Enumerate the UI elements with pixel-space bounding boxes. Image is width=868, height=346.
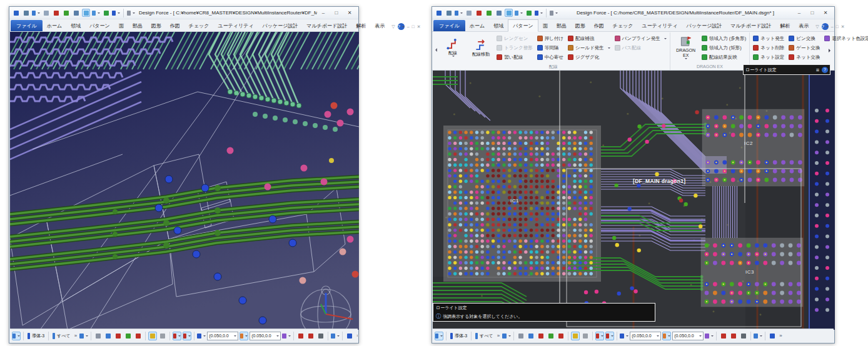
ribbon-item[interactable]: 選択ネット色設定 — [824, 34, 868, 43]
ribbon-tab[interactable]: パターン — [85, 20, 114, 31]
overlap-display-icon[interactable] — [595, 332, 604, 340]
overflow-chevron[interactable]: » — [73, 333, 78, 339]
ribbon-tab[interactable]: 面 — [114, 20, 128, 31]
export-arrow-icon[interactable] — [134, 332, 143, 340]
help-icon[interactable]: ? — [822, 23, 829, 30]
active-layer-chip[interactable]: 導体-3 — [449, 333, 468, 339]
ribbon-tab[interactable]: ユーティリティ — [637, 20, 682, 31]
ribbon-item[interactable]: 中心寄せ — [537, 52, 563, 62]
ribbon-item[interactable]: ゲート交換 — [789, 43, 820, 52]
rotate-icon[interactable] — [527, 332, 535, 340]
filter-scope-chip[interactable]: すべて — [474, 333, 495, 339]
grid-size-combo-1[interactable]: (0.050,0.0 — [207, 332, 238, 340]
ribbon-tab[interactable]: 図形 — [147, 20, 166, 31]
snap-grid-icon-1[interactable] — [240, 332, 248, 340]
move-mode-icon[interactable] — [754, 332, 762, 340]
child-restore-icon[interactable]: □ — [836, 24, 839, 29]
ribbon-tab[interactable]: パターン — [508, 19, 538, 32]
layer-bar-icon[interactable] — [102, 9, 110, 17]
save-board-icon[interactable] — [296, 332, 305, 340]
delete-icon[interactable] — [475, 9, 483, 17]
close-button[interactable]: ✕ — [819, 8, 832, 17]
zoom-box-icon[interactable] — [72, 9, 80, 17]
cut-icon[interactable] — [114, 332, 123, 340]
3d-board-canvas[interactable] — [10, 32, 359, 330]
ribbon-item[interactable]: トランク整形 — [497, 43, 533, 52]
minimize-button[interactable]: – — [317, 8, 330, 17]
snap-grid-icon-1[interactable] — [662, 332, 671, 340]
pattern-grid-icon[interactable] — [485, 9, 493, 17]
pattern-grid-icon[interactable] — [62, 9, 70, 17]
ribbon-tab[interactable]: ファイル — [11, 20, 43, 31]
lightning-icon[interactable] — [620, 332, 628, 340]
grid-size-combo-1[interactable]: (0.050,0.0 — [630, 332, 661, 340]
ribbon-collapse-icon[interactable]: ▽ — [391, 24, 395, 29]
ribbon-tab[interactable]: 領域 — [66, 20, 85, 31]
eraser-icon[interactable] — [158, 332, 167, 340]
measure-icon[interactable] — [82, 9, 90, 17]
ribbon-tab[interactable]: 表示 — [370, 20, 389, 31]
qat-overflow-icon[interactable] — [550, 9, 558, 17]
cut-icon[interactable] — [537, 332, 545, 340]
zoom-box-icon[interactable] — [495, 9, 503, 17]
antenna-icon[interactable] — [79, 332, 88, 340]
delete-icon[interactable] — [52, 9, 60, 17]
ribbon-item[interactable]: レングセン — [497, 34, 533, 43]
select-mode-icon[interactable] — [12, 332, 21, 340]
app-icon[interactable] — [12, 9, 20, 17]
help-icon[interactable]: ? — [398, 23, 405, 30]
snap-grid-icon-2[interactable] — [282, 332, 291, 340]
overflow-chevron[interactable]: » — [778, 333, 783, 339]
ribbon-item[interactable]: 習い配線 — [497, 52, 533, 62]
rotate-icon[interactable] — [104, 332, 113, 340]
display-filter-icon[interactable] — [605, 332, 614, 340]
qat-overflow-icon[interactable] — [127, 9, 135, 17]
comment-balloon-icon[interactable] — [515, 9, 523, 17]
ribbon-tab[interactable]: ホーム — [465, 20, 489, 31]
ribbon-tab[interactable]: 作図 — [166, 20, 184, 31]
ribbon-tab[interactable]: 解析 — [351, 20, 370, 31]
ribbon-item[interactable]: シールド発生 — [568, 43, 610, 52]
comment-balloon-icon[interactable] — [92, 9, 100, 17]
child-minimize-icon[interactable]: – — [831, 24, 834, 29]
ribbon-item[interactable]: 配線補強 — [568, 34, 610, 43]
highlight-box-icon[interactable] — [148, 332, 157, 340]
ribbon-tab[interactable]: 作図 — [590, 20, 608, 31]
ribbon-tab[interactable]: 部品 — [128, 20, 147, 31]
ribbon-item[interactable]: ネット発生 — [753, 34, 784, 43]
child-close-icon[interactable]: ✕ — [841, 24, 845, 29]
ribbon-item[interactable]: ネット設定 — [753, 52, 784, 62]
forward-icon[interactable] — [345, 332, 354, 340]
clipboard-icon[interactable] — [94, 332, 103, 340]
ribbon-item[interactable]: バンプライン発生 — [615, 34, 667, 43]
save-board-icon[interactable] — [719, 332, 728, 340]
ribbon-scroll-left-icon[interactable] — [433, 48, 437, 52]
corner-icon[interactable] — [316, 332, 325, 340]
redo-icon[interactable] — [465, 9, 473, 17]
lightning-icon[interactable] — [197, 332, 206, 340]
minimize-button[interactable]: – — [793, 8, 805, 17]
maximize-button[interactable]: □ — [806, 8, 819, 17]
save-icon[interactable] — [445, 9, 453, 17]
corner-icon[interactable] — [739, 332, 748, 340]
ribbon-tab[interactable]: パッケージ設計 — [258, 20, 303, 31]
layer-bar-icon[interactable] — [525, 9, 533, 17]
active-layer-chip[interactable]: 導体-3 — [26, 333, 46, 339]
ribbon-tab[interactable]: 図形 — [571, 20, 590, 31]
ribbon-expand-arrow[interactable] — [829, 49, 832, 52]
select-mode-icon[interactable] — [435, 332, 443, 340]
ribbon-tab[interactable]: 領域 — [489, 20, 508, 31]
pcb-routing-canvas[interactable]: IC1 IC2 IC3 [DF_MAIN dragon1] — [433, 71, 835, 330]
ribbon-item[interactable]: ネット交換 — [789, 52, 820, 62]
ribbon-tab[interactable]: マルチボード設計 — [302, 20, 351, 31]
menu-icon[interactable]: ≡ — [816, 67, 819, 73]
route-button[interactable]: 配線 — [440, 38, 465, 58]
sheet-icon[interactable] — [124, 332, 133, 340]
ribbon-tab[interactable]: ファイル — [433, 20, 465, 31]
ribbon-item[interactable]: バス配線 — [615, 43, 667, 52]
ink-bottle-icon[interactable] — [112, 9, 120, 17]
ribbon-item[interactable]: 領域入力 (矩形) — [702, 43, 747, 52]
ribbon-item[interactable]: ピン交換 — [789, 34, 820, 43]
grid-size-combo-2[interactable]: (0.050,0.0 — [250, 332, 281, 340]
ribbon-tab[interactable]: 面 — [538, 20, 552, 31]
